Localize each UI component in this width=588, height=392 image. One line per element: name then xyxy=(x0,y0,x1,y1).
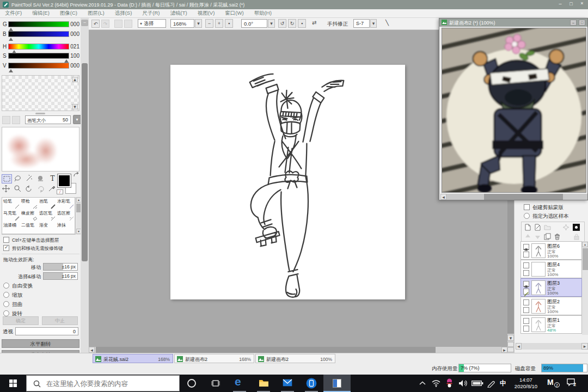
menu-window[interactable]: 窗口(W) xyxy=(225,10,243,17)
swatch-scroll-down-icon[interactable]: ▾ xyxy=(72,104,78,109)
floating-min-button[interactable]: – xyxy=(570,20,577,26)
brush-size-step-button-2[interactable] xyxy=(12,116,20,124)
scale-radio[interactable] xyxy=(3,292,9,298)
floating-hscroll-thumb[interactable] xyxy=(484,194,563,200)
brush-size-field[interactable]: 画笔大小 50 xyxy=(25,115,71,124)
undo-button[interactable]: ↶ xyxy=(91,20,100,28)
drawing-canvas[interactable] xyxy=(170,65,405,299)
menu-help[interactable]: 帮助(H) xyxy=(254,10,272,17)
brush-cell[interactable]: 油漆桶 xyxy=(2,222,21,234)
zoom-dropdown-button[interactable]: ▾ xyxy=(195,19,202,28)
perspective-field[interactable]: 0 xyxy=(15,327,78,335)
abort-button[interactable]: 中止 xyxy=(42,316,78,325)
menu-filter[interactable]: 滤镜(T) xyxy=(170,10,187,17)
move-tool[interactable] xyxy=(2,185,12,194)
search-input[interactable] xyxy=(45,376,178,392)
layer-lock-toggle[interactable] xyxy=(523,326,529,332)
task-view-button[interactable] xyxy=(204,375,228,392)
layer-lock-toggle[interactable] xyxy=(523,270,529,276)
wifi-icon[interactable] xyxy=(431,379,441,387)
drag-selectmove-field[interactable]: ±16 px xyxy=(43,272,78,280)
layer-lock-toggle[interactable] xyxy=(523,307,529,313)
angle-value-field[interactable]: 0.0° xyxy=(241,19,267,28)
left-scroll-up-button[interactable]: – xyxy=(81,20,88,26)
layer-row-4[interactable]: 图层4 正常 100% xyxy=(520,260,582,278)
selection-mode-dropdown[interactable]: ▾ 选择 xyxy=(138,19,166,28)
delete-layer-icon[interactable] xyxy=(554,233,561,240)
cortana-button[interactable] xyxy=(180,375,204,392)
slider-bar-h[interactable] xyxy=(8,44,69,50)
scroll-up-icon[interactable]: ▴ xyxy=(582,242,588,247)
close-button[interactable]: × xyxy=(577,1,587,6)
floating-window-titlebar[interactable]: 新建画布2 (*) (100%) – □ xyxy=(439,19,587,27)
layers-panel-hscrollbar[interactable]: ◂ ▸ xyxy=(516,343,588,350)
history-fwd-button[interactable] xyxy=(124,20,132,28)
stylus-icon[interactable] xyxy=(487,379,495,388)
stabilizer-value-field[interactable]: S-7 xyxy=(353,19,370,28)
scroll-left-icon[interactable]: ◂ xyxy=(440,194,446,200)
slider-bar-g[interactable] xyxy=(8,21,69,27)
flip-icon[interactable]: ⇄ xyxy=(312,20,316,26)
layer-visibility-toggle[interactable] xyxy=(523,262,529,268)
scroll-right-icon[interactable]: ▸ xyxy=(501,347,507,353)
corner-button-1[interactable] xyxy=(507,342,514,347)
layer-paint-target-toggle[interactable] xyxy=(523,289,529,295)
brush-cell[interactable]: 铅笔 xyxy=(2,198,21,210)
left-panel-scrollbar[interactable]: – – xyxy=(81,18,89,364)
layer-row-1[interactable]: 图层1 正常 48% xyxy=(520,315,582,334)
canvas-hscroll-thumb[interactable] xyxy=(96,347,436,353)
selection-sample-radio[interactable] xyxy=(524,213,530,219)
tray-chevron-icon[interactable] xyxy=(419,381,426,385)
confirm-button[interactable]: 确定 xyxy=(3,316,39,325)
brush-size-popup-button[interactable]: ▾ xyxy=(73,115,81,124)
taskbar-search-box[interactable] xyxy=(26,375,180,391)
brush-size-step-button-1[interactable] xyxy=(2,116,10,124)
lasso-tool[interactable] xyxy=(13,174,23,183)
scratch-swatch-area[interactable]: ▴ ▾ xyxy=(2,75,79,111)
ctrl-select-layer-checkbox[interactable] xyxy=(3,237,9,243)
stamp-tool[interactable] xyxy=(36,174,46,183)
layer-visibility-toggle[interactable] xyxy=(523,244,529,250)
slider-bar-s[interactable] xyxy=(8,53,69,59)
floating-canvas-image[interactable] xyxy=(442,28,586,193)
slider-bar-b[interactable] xyxy=(8,31,69,37)
new-layer-icon[interactable] xyxy=(524,224,531,231)
brush-cell[interactable]: 选区擦 xyxy=(56,210,75,222)
brush-cell[interactable]: 水彩笔 xyxy=(56,198,75,210)
line-tool-icon[interactable]: ╲ xyxy=(385,20,389,26)
menu-image[interactable]: 图像(C) xyxy=(60,10,77,17)
brush-cell[interactable]: 画笔 xyxy=(38,198,57,210)
menu-layer[interactable]: 图层(L) xyxy=(88,10,105,17)
your-phone-button[interactable] xyxy=(299,375,323,392)
layer-row-3-selected[interactable]: 图层3 正常 100% xyxy=(520,278,582,297)
angle-dropdown-button[interactable]: ▾ xyxy=(268,19,275,28)
doc-tab-2[interactable]: 新建画布2 168% xyxy=(174,354,254,363)
lock-layer-icon[interactable] xyxy=(573,233,580,240)
text-tool[interactable]: T xyxy=(47,174,58,183)
duplicate-layer-icon[interactable] xyxy=(544,233,551,240)
layer-lock-toggle[interactable] xyxy=(523,252,529,258)
distort-radio[interactable] xyxy=(3,301,9,307)
scroll-right-icon[interactable]: ▸ xyxy=(581,343,588,350)
wand-tool[interactable] xyxy=(24,174,35,183)
doc-tab-active[interactable]: 采花贼.sai2 168% xyxy=(93,354,173,363)
zoom-out-button[interactable]: − xyxy=(205,19,213,28)
zoom-tool[interactable] xyxy=(13,185,23,194)
qq-icon[interactable] xyxy=(445,378,454,388)
select-source-icon[interactable] xyxy=(562,224,569,231)
floating-window-hscrollbar[interactable]: ◂ xyxy=(440,194,587,200)
menu-edit[interactable]: 编辑(E) xyxy=(32,10,50,17)
brush-cell[interactable]: 喷枪 xyxy=(20,198,39,210)
slider-bar-v[interactable] xyxy=(8,63,69,69)
zoom-value-field[interactable]: 168% xyxy=(170,19,194,28)
brush-cell[interactable]: 二值笔 xyxy=(20,222,39,234)
menu-select[interactable]: 选择(S) xyxy=(115,10,132,17)
swatch-scroll-up-icon[interactable]: ▴ xyxy=(72,77,78,82)
menu-view[interactable]: 视图(V) xyxy=(198,10,215,17)
rotate-cw-button[interactable]: ↻ xyxy=(288,19,296,28)
ime-indicator[interactable]: 中 xyxy=(500,379,506,388)
clipping-mask-checkbox[interactable] xyxy=(524,204,530,210)
redo-button[interactable]: ↷ xyxy=(101,20,109,28)
battery-icon[interactable] xyxy=(471,380,483,387)
move-down-icon[interactable] xyxy=(534,233,541,240)
